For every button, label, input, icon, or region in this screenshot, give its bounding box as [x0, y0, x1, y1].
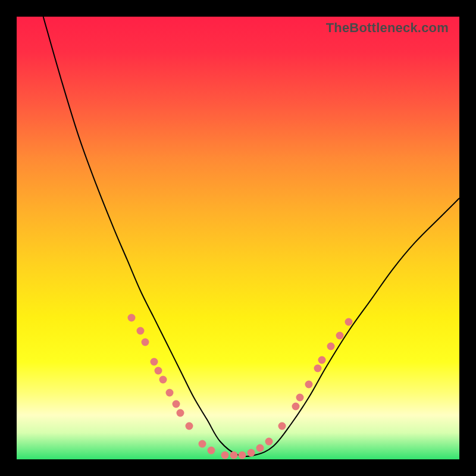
chart-frame: TheBottleneck.com [0, 0, 476, 476]
marker-dot [248, 449, 255, 456]
marker-dot [137, 327, 145, 335]
marker-dot [296, 393, 304, 401]
marker-dot [292, 402, 299, 410]
marker-dot [172, 400, 180, 408]
marker-dot [345, 318, 353, 326]
marker-dot [177, 409, 184, 416]
marker-dot [327, 343, 335, 350]
marker-dot [186, 422, 193, 430]
marker-dot [221, 451, 228, 459]
marker-dot [305, 380, 313, 388]
marker-dot [128, 314, 136, 321]
plot-area: TheBottleneck.com [17, 17, 459, 459]
marker-dot [265, 438, 273, 446]
marker-layer [17, 17, 459, 459]
marker-dot [199, 440, 206, 447]
watermark-text: TheBottleneck.com [326, 20, 449, 36]
marker-dot [150, 358, 158, 366]
marker-dot [155, 367, 162, 375]
marker-dot [159, 376, 167, 384]
marker-dot [239, 451, 246, 459]
marker-dot [256, 444, 264, 452]
marker-dot [278, 422, 286, 430]
marker-dot [208, 447, 215, 455]
marker-dot [141, 338, 149, 346]
marker-dot [318, 356, 326, 364]
marker-dot [314, 365, 321, 372]
marker-dot [165, 389, 173, 397]
marker-dot [230, 451, 237, 459]
marker-dot [336, 331, 344, 339]
